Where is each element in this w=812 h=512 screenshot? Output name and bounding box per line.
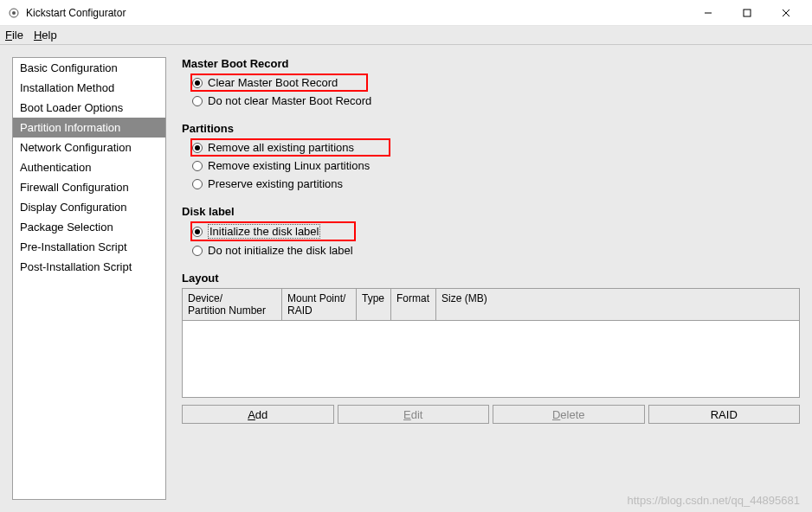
- sidebar-item-boot-loader[interactable]: Boot Loader Options: [13, 98, 165, 118]
- radio-icon: [192, 143, 203, 153]
- sidebar: Basic Configuration Installation Method …: [12, 57, 166, 500]
- edit-button[interactable]: Edit: [338, 405, 490, 424]
- menu-help[interactable]: Help: [34, 29, 57, 42]
- radio-label: Do not initialize the disk label: [208, 244, 353, 257]
- titlebar: Kickstart Configurator: [0, 0, 812, 26]
- disklabel-section-title: Disk label: [182, 205, 800, 218]
- sidebar-item-display[interactable]: Display Configuration: [13, 197, 165, 217]
- col-format[interactable]: Format: [391, 289, 436, 320]
- svg-point-1: [12, 11, 16, 15]
- radio-label: Clear Master Boot Record: [208, 76, 338, 89]
- partitions-radio-group: Remove all existing partitions Remove ex…: [190, 138, 800, 193]
- col-device[interactable]: Device/ Partition Number: [183, 289, 282, 320]
- sidebar-item-authentication[interactable]: Authentication: [13, 157, 165, 177]
- radio-remove-linux[interactable]: Remove existing Linux partitions: [190, 157, 800, 175]
- sidebar-item-post-script[interactable]: Post-Installation Script: [13, 257, 165, 277]
- radio-icon: [192, 96, 203, 106]
- radio-remove-all[interactable]: Remove all existing partitions: [190, 138, 390, 157]
- sidebar-item-basic[interactable]: Basic Configuration: [13, 58, 165, 78]
- maximize-button[interactable]: [727, 1, 766, 25]
- col-size[interactable]: Size (MB): [436, 289, 799, 320]
- radio-icon: [192, 227, 203, 237]
- sidebar-item-network[interactable]: Network Configuration: [13, 138, 165, 157]
- minimize-button[interactable]: [688, 1, 727, 25]
- layout-header: Device/ Partition Number Mount Point/ RA…: [183, 289, 799, 321]
- layout-body[interactable]: [183, 321, 799, 397]
- radio-label: Preserve existing partitions: [208, 177, 343, 190]
- sidebar-item-pre-script[interactable]: Pre-Installation Script: [13, 237, 165, 257]
- radio-label: Initialize the disk label: [208, 224, 320, 239]
- radio-label: Remove all existing partitions: [208, 141, 354, 154]
- raid-button[interactable]: RAID: [648, 405, 801, 424]
- radio-icon: [192, 78, 203, 88]
- svg-rect-3: [744, 10, 751, 16]
- menubar: File Help: [0, 26, 812, 45]
- col-mount[interactable]: Mount Point/ RAID: [282, 289, 357, 320]
- radio-noclear-mbr[interactable]: Do not clear Master Boot Record: [190, 92, 800, 110]
- layout-section-title: Layout: [182, 272, 800, 285]
- content-area: Basic Configuration Installation Method …: [0, 45, 812, 512]
- layout-table: Device/ Partition Number Mount Point/ RA…: [182, 288, 800, 398]
- window-title: Kickstart Configurator: [26, 7, 688, 19]
- radio-preserve[interactable]: Preserve existing partitions: [190, 175, 800, 193]
- radio-label: Do not clear Master Boot Record: [208, 94, 371, 107]
- mbr-section-title: Master Boot Record: [182, 57, 800, 70]
- add-button[interactable]: Add: [182, 405, 334, 424]
- sidebar-item-install-method[interactable]: Installation Method: [13, 78, 165, 98]
- window-controls: [688, 1, 805, 25]
- radio-clear-mbr[interactable]: Clear Master Boot Record: [190, 74, 368, 92]
- app-icon: [7, 6, 21, 20]
- radio-label: Remove existing Linux partitions: [208, 159, 370, 172]
- radio-init-disklabel[interactable]: Initialize the disk label: [190, 221, 356, 241]
- disklabel-radio-group: Initialize the disk label Do not initial…: [190, 221, 800, 259]
- sidebar-item-package[interactable]: Package Selection: [13, 217, 165, 237]
- button-row: Add Edit Delete RAID: [182, 405, 800, 424]
- sidebar-item-firewall[interactable]: Firewall Configuration: [13, 177, 165, 197]
- close-button[interactable]: [766, 1, 805, 25]
- radio-icon: [192, 179, 203, 189]
- radio-icon: [192, 246, 203, 256]
- radio-noinit-disklabel[interactable]: Do not initialize the disk label: [190, 241, 800, 259]
- partitions-section-title: Partitions: [182, 122, 800, 135]
- radio-icon: [192, 161, 203, 171]
- mbr-radio-group: Clear Master Boot Record Do not clear Ma…: [190, 74, 800, 110]
- main-panel: Master Boot Record Clear Master Boot Rec…: [182, 57, 800, 500]
- col-type[interactable]: Type: [357, 289, 391, 320]
- sidebar-item-partition-info[interactable]: Partition Information: [13, 118, 165, 138]
- delete-button[interactable]: Delete: [493, 405, 645, 424]
- menu-file[interactable]: File: [5, 29, 23, 42]
